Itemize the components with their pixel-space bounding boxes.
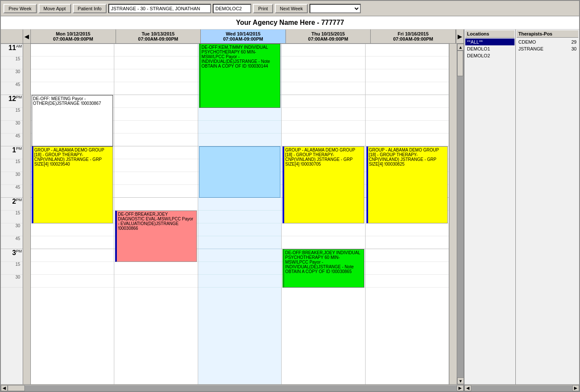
therapist-name-jstrange: JSTRANGE (518, 46, 544, 51)
nav-right-button[interactable]: ▶ (456, 30, 464, 43)
sidebar-scroll-track (471, 385, 572, 391)
therapist-row-cdemo[interactable]: CDEMO 29 (517, 39, 578, 45)
locations-header: Locations (465, 30, 515, 38)
print-button[interactable]: Print (253, 4, 273, 13)
day-header-thu: Thu 10/15/2015 07:00AM-09:00PM (286, 30, 371, 43)
patient-info-button[interactable]: Patient Info (73, 4, 107, 13)
next-week-button[interactable]: Next Week (275, 4, 308, 13)
scroll-left-button[interactable]: ◀ (1, 385, 8, 391)
h-scroll-track[interactable] (8, 385, 457, 391)
scroll-right-button[interactable]: ▶ (457, 385, 464, 391)
sidebar-scroll-right[interactable]: ▶ (572, 385, 579, 391)
therapist-id-cdemo: 29 (571, 39, 577, 45)
grid-nav-right (449, 44, 457, 384)
calendar-grid-container: 11AM 15 30 45 12PM 15 30 45 (1, 44, 464, 384)
scroll-down-button[interactable]: ▼ (457, 377, 464, 384)
app-window: Prev Week Move Appt Patient Info Print N… (0, 0, 580, 392)
scroll-thumb[interactable] (457, 50, 463, 76)
appt-thu-individual[interactable]: DE-OFF:BREAKER,JOEY INDIVIDUAL PSYCHOTHE… (283, 249, 364, 288)
appt-tue-diagnostic[interactable]: DE-OFF:BREAKER,JOEY DIAGNOSTIC EVAL-MSW/… (115, 211, 196, 262)
right-sidebar: Locations **ALL** DEMOLO1 DEMOLO2 Therap… (464, 30, 579, 391)
appt-wed-individual[interactable]: DE-OFF:KEM,TIMMY INDIVIDUAL PSYCHOTHERAP… (199, 44, 280, 108)
location-field[interactable] (213, 4, 251, 13)
appt-fri-group[interactable]: GROUP - ALABAMA DEMO GROUP [18] - GROUP … (366, 146, 448, 223)
days-container: DE-OFF: MEETING Payor - OTHER(DE)JSTRANG… (31, 44, 449, 384)
move-appt-button[interactable]: Move Appt (39, 4, 71, 13)
day-col-wed: DE-OFF:KEM,TIMMY INDIVIDUAL PSYCHOTHERAP… (198, 44, 282, 384)
day-headers: ◀ Mon 10/12/2015 07:00AM-09:00PM Tue 10/… (1, 30, 464, 44)
locations-panel: Locations **ALL** DEMOLO1 DEMOLO2 (464, 30, 516, 384)
appt-wed-cyan[interactable] (199, 146, 280, 198)
therapist-id-jstrange: 30 (571, 46, 577, 51)
day-col-thu: GROUP - ALABAMA DEMO GROUP [18] - GROUP … (282, 44, 365, 384)
calendar-area: ◀ Mon 10/12/2015 07:00AM-09:00PM Tue 10/… (1, 30, 464, 391)
sidebar-scroll-left[interactable]: ◀ (464, 385, 471, 391)
page-title: Your Agency Name Here - 777777 (1, 16, 579, 30)
grid-nav-left (23, 44, 31, 384)
patient-field[interactable] (108, 4, 211, 13)
sidebar-scroll-area: ◀ ▶ (464, 384, 579, 391)
appt-mon-group[interactable]: GROUP - ALABAMA DEMO GROUP [18] - GROUP … (32, 146, 113, 223)
main-area: ◀ Mon 10/12/2015 07:00AM-09:00PM Tue 10/… (1, 30, 579, 391)
prev-week-button[interactable]: Prev Week (3, 4, 37, 13)
day-col-fri: GROUP - ALABAMA DEMO GROUP [18] - GROUP … (366, 44, 449, 384)
therapists-header: Therapists-Pos (517, 30, 578, 38)
time-gutter-header (1, 30, 23, 43)
location-item-demolo2[interactable]: DEMOLO2 (465, 52, 515, 59)
location-item-demolo1[interactable]: DEMOLO1 (465, 45, 515, 52)
day-header-fri: Fri 10/16/2015 07:00AM-09:00PM (371, 30, 456, 43)
sidebar-panels: Locations **ALL** DEMOLO1 DEMOLO2 Therap… (464, 30, 579, 384)
appt-thu-group[interactable]: GROUP - ALABAMA DEMO GROUP [18] - GROUP … (283, 146, 364, 223)
toolbar: Prev Week Move Appt Patient Info Print N… (1, 1, 579, 16)
time-gutter: 11AM 15 30 45 12PM 15 30 45 (1, 44, 23, 384)
horizontal-scrollbar[interactable]: ◀ ▶ (1, 384, 464, 391)
appt-mon-meeting[interactable]: DE-OFF: MEETING Payor - OTHER(DE)JSTRANG… (32, 95, 113, 146)
h-scroll-thumb[interactable] (8, 385, 25, 391)
therapist-row-jstrange[interactable]: JSTRANGE 30 (517, 45, 578, 52)
week-dropdown[interactable] (309, 4, 361, 13)
day-header-wed: Wed 10/14/2015 07:00AM-09:00PM (201, 30, 286, 43)
therapists-panel: Therapists-Pos CDEMO 29 JSTRANGE 30 (516, 30, 579, 384)
day-header-tue: Tue 10/13/2015 07:00AM-09:00PM (116, 30, 201, 43)
location-item-all[interactable]: **ALL** (465, 39, 515, 45)
therapist-name-cdemo: CDEMO (518, 39, 536, 45)
scroll-track[interactable] (457, 50, 464, 377)
scroll-up-button[interactable]: ▲ (457, 44, 464, 50)
day-col-mon: DE-OFF: MEETING Payor - OTHER(DE)JSTRANG… (31, 44, 114, 384)
nav-left-button[interactable]: ◀ (23, 30, 31, 43)
vertical-scrollbar[interactable]: ▲ ▼ (457, 44, 464, 384)
day-header-mon: Mon 10/12/2015 07:00AM-09:00PM (31, 30, 116, 43)
day-col-tue: DE-OFF:BREAKER,JOEY DIAGNOSTIC EVAL-MSW/… (114, 44, 198, 384)
